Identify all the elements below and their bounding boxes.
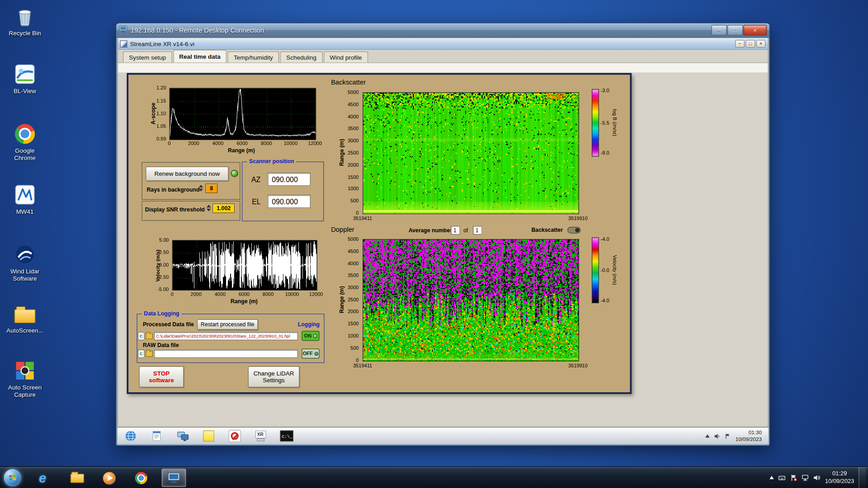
- desktop-icon-wind-lidar[interactable]: Wind Lidar Software: [2, 242, 47, 282]
- explorer-folder-icon[interactable]: [70, 471, 84, 485]
- app-maximize-button[interactable]: □: [745, 40, 755, 47]
- start-button[interactable]: [4, 469, 21, 486]
- app-title: StreamLine XR v14-6.vi: [130, 40, 194, 47]
- sticky-note-icon[interactable]: [202, 429, 215, 442]
- tab-temp-humidity[interactable]: Temp/humidity: [228, 52, 279, 62]
- axis-tick-label: 1500: [336, 174, 359, 179]
- tab-real-time-data[interactable]: Real time data: [173, 50, 226, 62]
- remote-flag-icon[interactable]: [725, 433, 731, 439]
- remote-clock[interactable]: 01:30 10/09/2023: [736, 429, 762, 442]
- axis-tick-label: 1.05: [144, 123, 166, 129]
- desktop-icon-bl-view[interactable]: BL-View: [2, 62, 47, 94]
- tab-scheduling[interactable]: Scheduling: [280, 52, 323, 62]
- backscatter-canvas: [363, 93, 578, 214]
- r dc-titlebar[interactable]: 192.168.0.150 - Remote Desktop Connectio…: [116, 23, 769, 38]
- axis-tick-label: 4000: [336, 114, 359, 119]
- mw41-icon: [2, 183, 47, 207]
- stop-software-button[interactable]: STOP software: [139, 366, 184, 388]
- keyboard-indicator-icon[interactable]: [778, 474, 786, 481]
- processed-logging-on-switch[interactable]: ON: [302, 331, 319, 341]
- axis-tick-label: 12000: [302, 291, 330, 297]
- action-center-flag-icon[interactable]: [790, 474, 797, 481]
- taskbar-clock[interactable]: 01:29 10/09/2023: [825, 470, 854, 485]
- ascope-plot: [170, 88, 316, 140]
- doppler-x-start: 3519411: [345, 363, 380, 368]
- xr-shortcut-icon[interactable]: XR: [254, 429, 267, 442]
- change-lidar-settings-button[interactable]: Change LiDAR Settings: [248, 366, 300, 388]
- axis-tick-label: 12000: [301, 141, 329, 146]
- browse-folder-icon[interactable]: [146, 351, 153, 357]
- show-hidden-icons[interactable]: [770, 476, 774, 479]
- app-titlebar[interactable]: StreamLine XR v14-6.vi − □ ×: [118, 38, 768, 50]
- chrome-taskbar-icon[interactable]: [134, 471, 148, 485]
- media-player-icon[interactable]: [102, 471, 116, 485]
- app-close-button[interactable]: ×: [756, 40, 766, 47]
- axis-tick-label: 0.00: [146, 262, 169, 267]
- axis-tick-label: 1500: [336, 321, 359, 327]
- snr-spinner[interactable]: [207, 205, 211, 211]
- tab-strip: System setup Real time data Temp/humidit…: [118, 50, 768, 63]
- doppler-heatmap: [363, 239, 579, 361]
- snr-value[interactable]: 1.002: [212, 204, 235, 213]
- close-button[interactable]: ×: [743, 25, 766, 35]
- power-shortcut-icon[interactable]: [228, 429, 241, 442]
- rays-value[interactable]: 8: [205, 184, 217, 193]
- console-icon[interactable]: C:\_: [280, 429, 293, 442]
- notepad-icon[interactable]: [150, 429, 163, 442]
- tab-system-setup[interactable]: System setup: [123, 52, 172, 62]
- dual-monitor-icon[interactable]: [176, 429, 189, 442]
- desktop-icon-recycle-bin[interactable]: Recycle Bin: [2, 5, 47, 37]
- browse-folder-icon[interactable]: [146, 333, 153, 339]
- minimize-button[interactable]: −: [711, 25, 726, 35]
- desktop-icon-google-chrome[interactable]: Google Chrome: [2, 122, 47, 162]
- network-icon[interactable]: [802, 474, 809, 481]
- desktop-icon-label: Google Chrome: [2, 147, 47, 162]
- backscatter-title: Backscatter: [331, 79, 366, 86]
- window-title: 192.168.0.150 - Remote Desktop Connectio…: [131, 26, 264, 34]
- colorbar-tick: -4.0: [601, 236, 609, 242]
- drive-letter-box[interactable]: C: [138, 350, 145, 358]
- el-input[interactable]: 090.000: [267, 195, 311, 208]
- backscatter-toggle[interactable]: [567, 227, 580, 234]
- globe-browser-icon[interactable]: [124, 429, 137, 442]
- chrome-icon: [2, 122, 47, 146]
- remote-volume-icon[interactable]: [714, 433, 720, 439]
- remote-desktop-taskbar-button[interactable]: [162, 469, 186, 487]
- remote-desktop-window: 192.168.0.150 - Remote Desktop Connectio…: [116, 23, 769, 445]
- axis-tick-label: 1000: [336, 186, 359, 192]
- desktop-icon-autoscreen-folder[interactable]: AutoScreen...: [2, 301, 47, 334]
- app-minimize-button[interactable]: −: [735, 40, 745, 47]
- remote-show-hidden-icons[interactable]: [706, 434, 710, 437]
- remote-taskbar: XR C:\_ 01:30 10/09/2023: [118, 427, 769, 444]
- backscatter-colorbar-label: log B (/m/sr): [611, 89, 618, 156]
- volume-icon[interactable]: [813, 474, 821, 481]
- raw-path-input[interactable]: [154, 350, 297, 358]
- axis-tick-label: 3000: [336, 285, 359, 290]
- internet-explorer-icon[interactable]: e: [35, 471, 50, 485]
- az-input[interactable]: 090.000: [267, 173, 311, 186]
- taskbar: e 01:29 10/09/2023: [0, 466, 868, 488]
- show-desktop-button[interactable]: [859, 467, 866, 488]
- axis-tick-label: 500: [336, 198, 359, 204]
- colorbar-tick: -8.0: [601, 150, 609, 155]
- desktop-icon-mw41[interactable]: MW41: [2, 183, 47, 215]
- maximize-button[interactable]: □: [727, 25, 743, 35]
- axis-tick-label: 1000: [336, 333, 359, 338]
- raw-logging-off-switch[interactable]: OFF: [302, 348, 319, 358]
- axis-tick-label: 5000: [336, 236, 359, 242]
- axis-tick-label: 4000: [204, 141, 231, 146]
- desktop-icon-auto-screen-capture[interactable]: Auto Screen Capture: [2, 358, 47, 399]
- windows-desktop: Recycle Bin BL-View Google Chrome MW41 W…: [0, 0, 868, 488]
- axis-tick-label: 4000: [336, 260, 359, 266]
- average-number-input[interactable]: 1: [451, 226, 460, 235]
- average-total-input[interactable]: 1: [473, 226, 482, 235]
- tab-wind-profile[interactable]: Wind profile: [324, 52, 368, 62]
- renew-background-button[interactable]: Renew background now: [146, 167, 229, 181]
- rays-spinner[interactable]: [199, 185, 203, 192]
- axis-tick-label: 6000: [228, 141, 256, 146]
- drive-letter-box[interactable]: C: [138, 332, 145, 340]
- streamline-app-window: StreamLine XR v14-6.vi − □ × System setu…: [118, 38, 769, 427]
- restart-processed-file-button[interactable]: Restart processed file: [197, 319, 258, 330]
- processed-path-input[interactable]: C:\Lidar\Data\Proc\2023\202309\20230910\…: [154, 332, 297, 340]
- auto-screen-capture-icon: [2, 358, 47, 383]
